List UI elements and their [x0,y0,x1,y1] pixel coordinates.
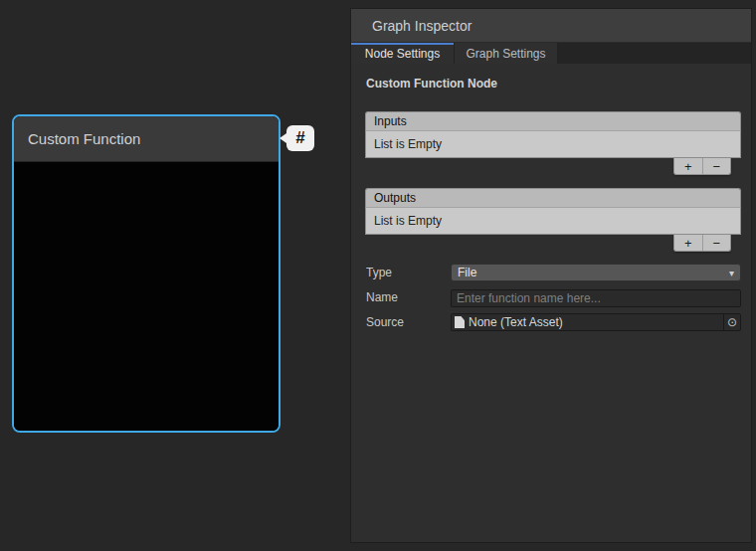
source-object-field[interactable]: None (Text Asset) ⊙ [451,313,741,331]
node-settings-form: Type File ▾ Name Source None (Text Asset… [366,264,741,331]
outputs-list: Outputs List is Empty + − [365,188,741,252]
inputs-list-empty-text: List is Empty [374,137,442,151]
tab-graph-settings[interactable]: Graph Settings [455,43,558,64]
inputs-add-button[interactable]: + [674,158,702,174]
object-picker-glyph: ⊙ [727,315,737,329]
outputs-add-button[interactable]: + [674,235,702,251]
type-dropdown-value: File [458,266,476,279]
inputs-list-controls: + − [673,158,731,175]
name-control [451,288,741,306]
node-title: Custom Function [28,130,140,147]
outputs-remove-button[interactable]: − [702,235,731,251]
inputs-list-empty-row: List is Empty [365,131,741,158]
outputs-list-title: Outputs [374,191,416,205]
node-body [14,162,279,431]
name-row: Name [366,288,741,306]
hash-badge[interactable]: # [286,125,314,151]
object-picker-icon[interactable]: ⊙ [723,314,740,330]
node-header[interactable]: Custom Function [14,116,279,162]
outputs-list-empty-row: List is Empty [365,208,741,235]
inputs-list: Inputs List is Empty + − [365,111,741,175]
inputs-list-header: Inputs [365,111,741,131]
name-label: Name [366,290,451,304]
function-name-input[interactable] [451,289,741,307]
source-label: Source [366,315,451,329]
inputs-list-footer: + − [365,158,741,175]
tab-node-settings-label: Node Settings [365,47,440,61]
type-dropdown[interactable]: File ▾ [451,264,741,281]
source-row: Source None (Text Asset) ⊙ [366,313,741,331]
inspector-title: Graph Inspector [372,18,472,34]
type-label: Type [366,266,451,279]
inputs-list-title: Inputs [374,114,407,128]
hash-badge-label: # [295,128,304,148]
outputs-list-empty-text: List is Empty [374,214,442,228]
inputs-remove-button[interactable]: − [702,158,731,174]
outputs-list-footer: + − [365,235,741,252]
inspector-tabbar: Node Settings Graph Settings [351,43,751,64]
graph-inspector-panel: Graph Inspector Node Settings Graph Sett… [350,8,752,543]
outputs-list-header: Outputs [365,188,741,208]
outputs-list-controls: + − [673,235,731,252]
text-asset-icon [455,316,465,328]
inspector-header: Graph Inspector [351,9,751,43]
tab-graph-settings-label: Graph Settings [466,47,545,61]
type-row: Type File ▾ [366,264,741,281]
section-title: Custom Function Node [366,77,751,91]
custom-function-node[interactable]: Custom Function [12,114,281,433]
tab-node-settings[interactable]: Node Settings [351,43,455,64]
source-object-value: None (Text Asset) [469,315,563,329]
chevron-down-icon: ▾ [729,268,734,278]
